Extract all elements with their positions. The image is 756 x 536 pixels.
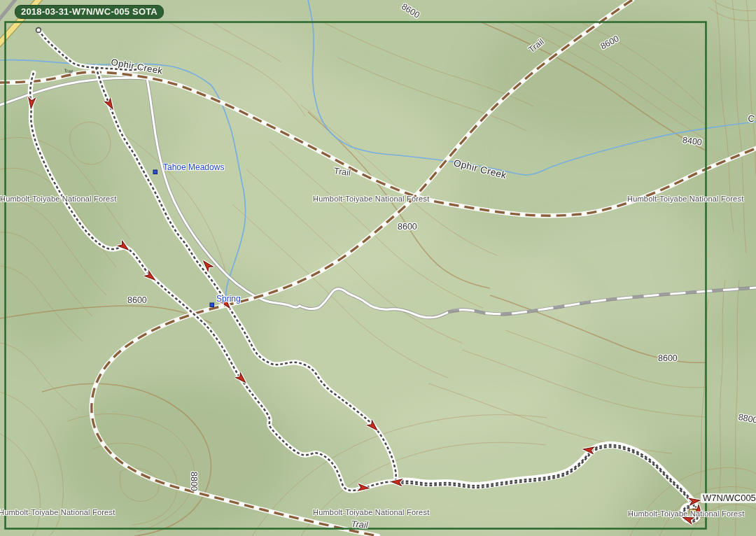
spring-marker[interactable] xyxy=(210,303,214,307)
trail-label: Trail xyxy=(351,519,368,530)
elevation-label: 8600 xyxy=(658,354,678,364)
spring-label: Spring xyxy=(216,295,241,304)
forest-label: Humbolt-Toiyabe National Forest xyxy=(0,195,116,203)
track-title-badge: 2018-03-31-W7N/WC-005 SOTA xyxy=(15,5,164,19)
elevation-label: 8600 xyxy=(398,223,417,232)
forest-label: Humbolt-Toiyabe National Forest xyxy=(313,508,429,516)
track-start-marker[interactable] xyxy=(36,28,41,33)
forest-label: Humbolt-Toiyabe National Forest xyxy=(313,195,429,203)
map-canvas[interactable]: Ophir Creek Ophir Creek C Trail Trail Tr… xyxy=(0,0,756,536)
elevation-label: 8600 xyxy=(127,296,147,306)
trail-label-small: Trail xyxy=(64,68,73,74)
forest-label: Humbolt-Toiyabe National Forest xyxy=(0,508,115,516)
elevation-label: 8800 xyxy=(188,472,198,491)
topo-map-layers xyxy=(0,0,756,536)
forest-label: Humbolt-Toiyabe National Forest xyxy=(627,195,743,203)
forest-label: Humbolt-Toiyabe National Forest xyxy=(628,509,744,518)
summit-label: W7N/WC005 xyxy=(701,493,756,503)
tahoe-meadows-marker[interactable] xyxy=(153,170,158,174)
meadow-label: Tahoe Meadows xyxy=(163,163,224,172)
